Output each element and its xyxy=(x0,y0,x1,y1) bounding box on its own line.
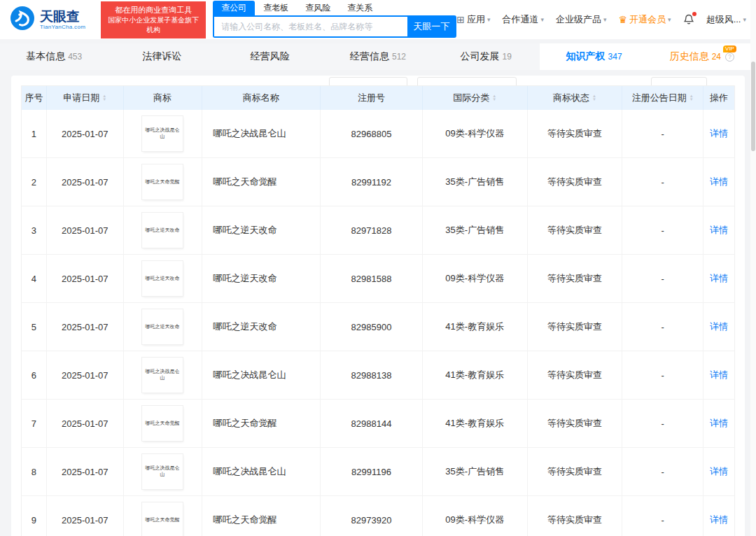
menu-apps[interactable]: ⊞ 应用 ▾ xyxy=(456,13,490,26)
logo[interactable]: 天眼查 TianYanCha.com xyxy=(10,6,85,34)
row-apply-date: 2025-01-07 xyxy=(47,110,124,158)
trademark-image[interactable]: 哪吒之天命觉醒 xyxy=(142,164,183,199)
row-index: 4 xyxy=(22,255,47,303)
detail-link[interactable]: 详情 xyxy=(710,176,728,188)
row-trademark-name: 哪吒之天命觉醒 xyxy=(202,400,321,448)
row-registration-number: 82981588 xyxy=(321,255,423,303)
promo-badge[interactable]: 都在用的商业查询工具 国家中小企业发展子基金旗下机构 xyxy=(101,1,206,38)
sort-icon[interactable]: ▲▼ xyxy=(102,94,106,101)
row-status: 等待实质审查 xyxy=(528,206,623,255)
chevron-down-icon: ▾ xyxy=(487,16,491,23)
row-apply-date: 2025-01-07 xyxy=(47,206,124,255)
row-pub-date: - xyxy=(622,303,704,351)
menu-enterprise[interactable]: 企业级产品 ▾ xyxy=(556,13,607,26)
header-right-menu: ⊞ 应用 ▾ 合作通道 ▾ 企业级产品 ▾ ♛ 开通会员 ▾ 超级风... ▾ xyxy=(456,13,746,26)
menu-cooperation[interactable]: 合作通道 ▾ xyxy=(502,13,544,26)
trademark-image[interactable]: 哪吒之逆天改命 xyxy=(142,261,183,296)
trademark-image-text: 哪吒之决战昆仑山 xyxy=(144,127,181,140)
col-status[interactable]: 商标状态 ▲▼ xyxy=(528,86,623,110)
table-row: 9 2025-01-07 哪吒之天命觉醒 哪吒之天命觉醒 82973920 09… xyxy=(22,496,734,536)
table-body: 1 2025-01-07 哪吒之决战昆仑山 哪吒之决战昆仑山 82968805 … xyxy=(22,110,734,536)
table-row: 5 2025-01-07 哪吒之逆天改命 哪吒之逆天改命 82985900 41… xyxy=(22,303,734,351)
row-trademark-name: 哪吒之天命觉醒 xyxy=(202,496,321,536)
detail-link[interactable]: 详情 xyxy=(710,514,728,526)
tab-label: 法律诉讼 xyxy=(142,50,181,63)
trademark-image-text: 哪吒之天命觉醒 xyxy=(146,421,180,427)
tab-count: 19 xyxy=(503,52,512,62)
notification-dot xyxy=(692,12,696,16)
trademark-image-text: 哪吒之天命觉醒 xyxy=(146,517,180,523)
sort-icon[interactable]: ▲▼ xyxy=(492,94,496,101)
detail-link[interactable]: 详情 xyxy=(710,127,728,140)
search-input[interactable] xyxy=(214,17,407,36)
chevron-down-icon: ▾ xyxy=(743,16,746,23)
tab-search-risk[interactable]: 查风险 xyxy=(297,1,339,15)
trademark-image[interactable]: 哪吒之天命觉醒 xyxy=(142,502,183,536)
row-trademark-name: 哪吒之逆天改命 xyxy=(202,303,321,351)
tab-company-development[interactable]: 公司发展 19 xyxy=(432,43,540,70)
detail-link[interactable]: 详情 xyxy=(710,320,728,333)
tab-intellectual-property[interactable]: 知识产权 347 xyxy=(540,43,648,70)
sort-icon[interactable]: ▲▼ xyxy=(592,94,596,101)
help-icon[interactable]: ? xyxy=(725,52,734,62)
row-intl-class: 41类-教育娱乐 xyxy=(423,303,528,351)
row-apply-date: 2025-01-07 xyxy=(47,255,124,303)
tab-operation-risk[interactable]: 经营风险 xyxy=(216,43,324,70)
tab-legal-litigation[interactable]: 法律诉讼 xyxy=(108,43,216,70)
col-trademark-name: 商标名称 xyxy=(202,86,321,110)
trademark-image-text: 哪吒之天命觉醒 xyxy=(146,179,180,185)
tab-history-info[interactable]: VIP 历史信息 24 ? xyxy=(648,43,756,70)
chevron-down-icon: ▾ xyxy=(603,16,607,23)
detail-link[interactable]: 详情 xyxy=(710,369,728,381)
tab-label: 知识产权 xyxy=(566,50,606,63)
col-intl-class[interactable]: 国际分类 ▲▼ xyxy=(423,86,528,110)
notification-bell-icon[interactable] xyxy=(683,14,694,25)
filter-control[interactable] xyxy=(651,77,707,85)
detail-link[interactable]: 详情 xyxy=(710,465,728,478)
menu-open-vip[interactable]: ♛ 开通会员 ▾ xyxy=(619,13,671,26)
detail-link[interactable]: 详情 xyxy=(710,224,728,237)
col-apply-date[interactable]: 申请日期 ▲▼ xyxy=(47,86,124,110)
trademark-image[interactable]: 哪吒之逆天改命 xyxy=(142,309,183,344)
table-row: 3 2025-01-07 哪吒之逆天改命 哪吒之逆天改命 82971828 35… xyxy=(22,206,734,255)
tab-label: 历史信息 xyxy=(670,50,709,63)
trademark-image[interactable]: 哪吒之决战昆仑山 xyxy=(142,454,183,489)
table-row: 1 2025-01-07 哪吒之决战昆仑山 哪吒之决战昆仑山 82968805 … xyxy=(22,110,734,158)
search-button[interactable]: 天眼一下 xyxy=(407,17,455,36)
col-label: 申请日期 xyxy=(63,92,99,104)
detail-link[interactable]: 详情 xyxy=(710,272,728,285)
tab-search-boss[interactable]: 查老板 xyxy=(255,1,297,15)
detail-link[interactable]: 详情 xyxy=(710,417,728,430)
sort-icon[interactable]: ▲▼ xyxy=(690,94,694,101)
trademark-image[interactable]: 哪吒之逆天改命 xyxy=(142,213,183,248)
tab-label: 公司发展 xyxy=(461,50,500,63)
tab-basic-info[interactable]: 基本信息 453 xyxy=(0,43,108,70)
row-pub-date: - xyxy=(622,351,704,400)
table-header-row: 序号 申请日期 ▲▼ 商标 商标名称 注册号 国际分类 ▲▼ 商标状态 ▲▼ 注… xyxy=(22,86,734,110)
row-status: 等待实质审查 xyxy=(528,158,623,206)
tab-operation-info[interactable]: 经营信息 512 xyxy=(324,43,432,70)
menu-cooperation-label: 合作通道 xyxy=(502,13,538,26)
col-pub-date[interactable]: 注册公告日期 ▲▼ xyxy=(622,86,704,110)
tab-search-company[interactable]: 查公司 xyxy=(213,1,255,15)
vip-badge: VIP xyxy=(723,45,736,52)
row-registration-number: 82973920 xyxy=(321,496,423,536)
filter-control[interactable] xyxy=(417,77,517,85)
trademark-image[interactable]: 哪吒之决战昆仑山 xyxy=(142,116,183,151)
row-index: 1 xyxy=(22,110,47,158)
tianyancha-logo-icon xyxy=(10,6,35,34)
brand-domain: TianYanCha.com xyxy=(40,24,85,30)
row-pub-date: - xyxy=(622,448,704,496)
tab-search-relation[interactable]: 查关系 xyxy=(339,1,381,15)
table-row: 6 2025-01-07 哪吒之决战昆仑山 哪吒之决战昆仑山 82988138 … xyxy=(22,351,734,400)
row-index: 5 xyxy=(22,303,47,351)
trademark-image[interactable]: 哪吒之天命觉醒 xyxy=(142,406,183,441)
filter-control[interactable] xyxy=(329,77,407,85)
trademark-image[interactable]: 哪吒之决战昆仑山 xyxy=(142,358,183,393)
scrollbar-thumb[interactable] xyxy=(751,62,755,151)
row-intl-class: 09类-科学仪器 xyxy=(423,110,528,158)
row-pub-date: - xyxy=(622,158,704,206)
row-apply-date: 2025-01-07 xyxy=(47,351,124,400)
menu-super-risk[interactable]: 超级风... ▾ xyxy=(706,13,746,26)
table-row: 7 2025-01-07 哪吒之天命觉醒 哪吒之天命觉醒 82988144 41… xyxy=(22,400,734,448)
